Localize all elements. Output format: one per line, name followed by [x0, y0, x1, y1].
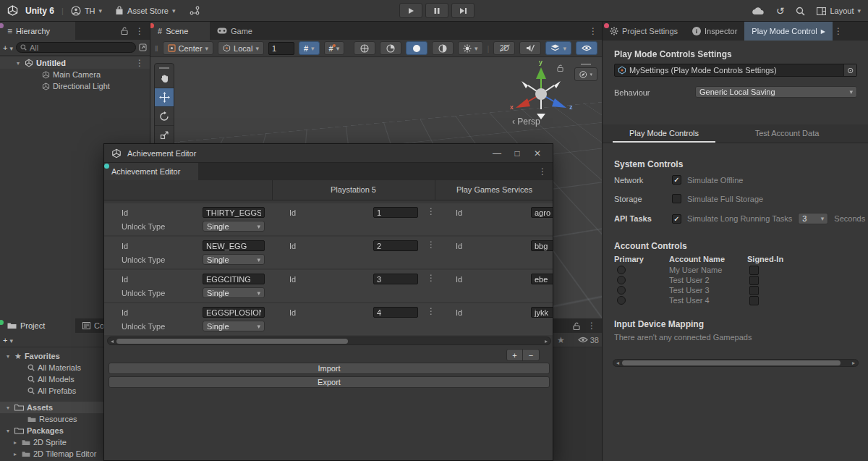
- cloud-icon[interactable]: [752, 7, 765, 15]
- object-picker-icon[interactable]: ⊙: [843, 64, 856, 76]
- horizontal-scrollbar[interactable]: ◂ ▸: [613, 359, 859, 367]
- render-mode-button[interactable]: [354, 41, 375, 55]
- scene-visibility-toggle[interactable]: [576, 41, 597, 55]
- pgs-id-field[interactable]: [531, 207, 553, 218]
- twod-toggle[interactable]: 2D: [493, 41, 515, 55]
- inner-tab-play-mode-controls[interactable]: Play Mode Controls: [603, 124, 726, 143]
- grid-size-field[interactable]: [268, 42, 294, 55]
- tab-game[interactable]: Game: [210, 22, 260, 40]
- signed-in-checkbox[interactable]: [749, 296, 759, 305]
- tab-achievement-editor[interactable]: Achievement Editor: [104, 163, 198, 180]
- settings-object-field[interactable]: MySettings (Play Mode Controls Settings)…: [614, 64, 857, 77]
- pgs-id-field[interactable]: [531, 240, 553, 251]
- favorites-star-icon[interactable]: ★: [557, 335, 565, 345]
- tab-project[interactable]: Project: [0, 318, 75, 333]
- behaviour-dropdown[interactable]: Generic Local Saving▾: [695, 86, 857, 98]
- row-menu-icon[interactable]: ⋮: [427, 207, 435, 216]
- axis-y-label[interactable]: y: [539, 59, 542, 66]
- row-menu-icon[interactable]: ⋮: [427, 274, 435, 282]
- half-sphere-button[interactable]: [432, 41, 454, 55]
- hidden-packages-toggle[interactable]: 38: [578, 336, 599, 344]
- scrollbar-thumb[interactable]: [622, 360, 841, 365]
- achievement-row[interactable]: Id Unlock Type Single▾ Id ⋮ Id: [104, 237, 553, 268]
- achievement-id-field[interactable]: [203, 240, 265, 251]
- panel-menu-icon[interactable]: ⋮: [135, 27, 144, 35]
- create-asset-button[interactable]: + ▾: [3, 336, 13, 344]
- scroll-right-icon[interactable]: ▸: [849, 360, 858, 366]
- pgs-id-field[interactable]: [531, 307, 553, 318]
- achievement-id-field[interactable]: [203, 307, 265, 318]
- tool-pivot-dropdown[interactable]: Center▾: [163, 41, 214, 55]
- tool-orientation-dropdown[interactable]: Local▾: [218, 41, 264, 55]
- panel-menu-icon[interactable]: ⋮: [589, 27, 602, 35]
- panel-menu-icon[interactable]: ⋮: [587, 321, 596, 330]
- horizontal-scrollbar[interactable]: ◂ ▸: [107, 337, 551, 345]
- scroll-left-icon[interactable]: ◂: [613, 360, 622, 366]
- drag-handle-icon[interactable]: ▬▬: [155, 64, 174, 69]
- pause-button[interactable]: [425, 3, 448, 18]
- tab-hierarchy[interactable]: ≡ Hierarchy: [0, 22, 75, 40]
- move-tool-button[interactable]: [155, 88, 174, 107]
- lock-icon[interactable]: [573, 322, 580, 330]
- signed-in-checkbox[interactable]: [749, 276, 759, 285]
- axis-x-label[interactable]: x: [510, 103, 514, 111]
- panel-menu-icon[interactable]: ⋮: [538, 167, 553, 176]
- axis-z-label[interactable]: z: [569, 103, 573, 111]
- scale-tool-button[interactable]: [155, 126, 174, 145]
- camera-view-dropdown[interactable]: ▾: [574, 67, 597, 81]
- shaded-toggle[interactable]: [406, 41, 427, 55]
- scene-root-row[interactable]: ▾ Untitled ⋮: [0, 57, 150, 69]
- tab-scene[interactable]: # Scene: [150, 22, 210, 40]
- pgs-id-field[interactable]: [531, 274, 553, 284]
- task-duration-dropdown[interactable]: 3▾: [798, 213, 828, 224]
- achievement-row[interactable]: Id Unlock Type Single▾ Id ⋮ Id: [104, 303, 553, 335]
- primary-radio[interactable]: [617, 286, 626, 295]
- layout-menu[interactable]: Layout▾: [817, 7, 861, 15]
- ps5-id-field[interactable]: [373, 307, 418, 318]
- primary-radio[interactable]: [617, 296, 626, 305]
- asset-store-menu[interactable]: Asset Store▾: [115, 6, 175, 15]
- scene-menu-icon[interactable]: ⋮: [135, 59, 150, 67]
- tab-play-mode-controls[interactable]: Play Mode Control ▶: [744, 22, 833, 41]
- search-icon[interactable]: [796, 7, 805, 16]
- achievement-row[interactable]: Id Unlock Type Single▾ Id ⋮ Id: [104, 270, 553, 302]
- maximize-button[interactable]: □: [509, 148, 525, 158]
- hierarchy-item-directional-light[interactable]: Directional Light: [0, 80, 150, 92]
- simulate-long-tasks-checkbox[interactable]: [672, 214, 681, 224]
- audio-toggle[interactable]: [519, 41, 541, 55]
- signed-in-checkbox[interactable]: [749, 266, 759, 275]
- version-control-icon[interactable]: [190, 6, 200, 15]
- lighting-dropdown[interactable]: ▾: [458, 41, 483, 55]
- remove-row-button[interactable]: −: [523, 350, 539, 360]
- row-menu-icon[interactable]: ⋮: [427, 240, 435, 249]
- tab-inspector[interactable]: i Inspector: [685, 22, 744, 41]
- scroll-right-icon[interactable]: ▸: [542, 338, 550, 344]
- play-button[interactable]: [399, 3, 422, 18]
- shading-quarter-button[interactable]: [380, 41, 401, 55]
- scroll-left-icon[interactable]: ◂: [108, 338, 116, 344]
- drag-handle-icon[interactable]: ‖: [155, 44, 158, 53]
- unlock-type-dropdown[interactable]: Single▾: [203, 221, 265, 232]
- effects-dropdown[interactable]: ▾: [545, 41, 571, 55]
- gizmo-lock-icon[interactable]: [557, 64, 563, 72]
- project-assets-row[interactable]: ▾ Assets: [0, 402, 103, 413]
- create-object-button[interactable]: + ▾: [3, 43, 13, 52]
- panel-menu-icon[interactable]: ⋮: [833, 27, 847, 35]
- signed-in-checkbox[interactable]: [749, 286, 759, 295]
- inner-tab-test-account-data[interactable]: Test Account Data: [726, 124, 848, 143]
- ps5-id-field[interactable]: [373, 274, 418, 284]
- ps5-id-field[interactable]: [373, 207, 418, 218]
- add-row-button[interactable]: +: [507, 350, 523, 360]
- achievement-row[interactable]: Id Unlock Type Single▾ Id ⋮ Id: [104, 203, 553, 235]
- export-button[interactable]: Export: [109, 376, 550, 388]
- unlock-type-dropdown[interactable]: Single▾: [203, 321, 265, 331]
- primary-radio[interactable]: [617, 266, 626, 274]
- achievement-id-field[interactable]: [203, 274, 265, 284]
- unlock-type-dropdown[interactable]: Single▾: [203, 287, 265, 298]
- row-menu-icon[interactable]: ⋮: [427, 307, 435, 316]
- grid-snap-toggle[interactable]: #▾: [299, 41, 320, 55]
- hand-tool-button[interactable]: [155, 69, 174, 88]
- ps5-id-field[interactable]: [373, 240, 418, 251]
- import-button[interactable]: Import: [109, 363, 550, 374]
- history-icon[interactable]: ↺: [776, 5, 785, 17]
